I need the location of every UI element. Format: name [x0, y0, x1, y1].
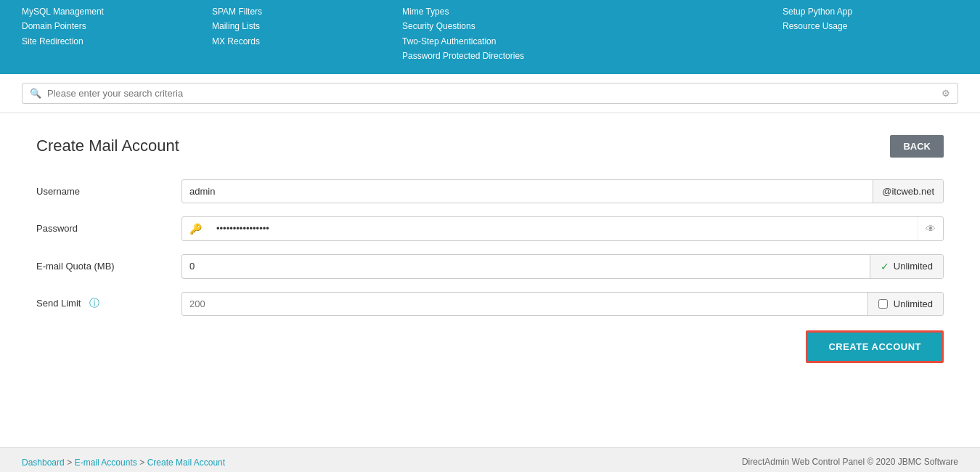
username-input[interactable]	[182, 180, 873, 203]
nav-mime-types[interactable]: Mime Types	[402, 4, 578, 19]
breadcrumb: Dashboard > E-mail Accounts > Create Mai…	[22, 457, 225, 468]
search-bar-container: 🔍 ⚙	[0, 74, 980, 113]
breadcrumb-sep-2: >	[139, 457, 147, 468]
gear-icon[interactable]: ⚙	[942, 88, 950, 99]
breadcrumb-email-accounts[interactable]: E-mail Accounts	[75, 457, 137, 468]
email-quota-input-wrap: ✓ Unlimited	[181, 254, 944, 279]
email-quota-input[interactable]	[182, 255, 870, 277]
breadcrumb-sep-1: >	[67, 457, 74, 468]
send-limit-text: Send Limit	[36, 298, 81, 309]
help-icon[interactable]: ⓘ	[89, 297, 99, 309]
create-btn-row: CREATE ACCOUNT	[36, 330, 944, 363]
nav-setup-python[interactable]: Setup Python App	[783, 4, 958, 19]
footer-copyright: DirectAdmin Web Control Panel © 2020 JBM…	[742, 457, 958, 467]
email-quota-unlimited-label: Unlimited	[894, 261, 933, 272]
footer: Dashboard > E-mail Accounts > Create Mai…	[0, 447, 980, 472]
username-row: Username @itcweb.net	[36, 179, 944, 203]
password-input-wrap: 🔑 👁	[181, 216, 944, 241]
nav-security-questions[interactable]: Security Questions	[402, 19, 578, 33]
top-nav: MySQL Management Domain Pointers Site Re…	[0, 0, 980, 74]
domain-suffix: @itcweb.net	[873, 180, 943, 203]
nav-mysql-management[interactable]: MySQL Management	[22, 4, 197, 19]
nav-col-2: SPAM Filters Mailing Lists MX Records	[212, 4, 388, 64]
create-account-button[interactable]: CREATE ACCOUNT	[806, 330, 944, 363]
password-label: Password	[36, 223, 181, 234]
nav-col-3: Mime Types Security Questions Two-Step A…	[402, 4, 578, 64]
send-limit-unlimited-checkbox[interactable]	[878, 299, 888, 309]
nav-mx-records[interactable]: MX Records	[212, 34, 388, 49]
nav-domain-pointers[interactable]: Domain Pointers	[22, 19, 197, 33]
breadcrumb-create-mail-account[interactable]: Create Mail Account	[147, 457, 225, 468]
username-label: Username	[36, 186, 181, 197]
nav-password-protected[interactable]: Password Protected Directories	[402, 49, 578, 63]
search-input[interactable]	[47, 88, 942, 99]
send-limit-input[interactable]	[182, 293, 867, 315]
password-key-icon[interactable]: 🔑	[182, 217, 209, 240]
send-limit-unlimited: Unlimited	[867, 293, 943, 315]
eye-icon[interactable]: 👁	[918, 217, 943, 240]
nav-spam-filters[interactable]: SPAM Filters	[212, 4, 388, 19]
page-header: Create Mail Account BACK	[36, 135, 944, 158]
send-limit-row: Send Limit ⓘ Unlimited	[36, 292, 944, 316]
password-input[interactable]	[209, 217, 918, 240]
email-quota-label: E-mail Quota (MB)	[36, 261, 181, 272]
nav-col-1: MySQL Management Domain Pointers Site Re…	[22, 4, 197, 64]
nav-col-4	[592, 4, 768, 64]
email-quota-unlimited: ✓ Unlimited	[870, 255, 943, 278]
top-nav-grid: MySQL Management Domain Pointers Site Re…	[22, 4, 958, 64]
username-input-wrap: @itcweb.net	[181, 179, 944, 203]
send-limit-label: Send Limit ⓘ	[36, 297, 181, 310]
breadcrumb-dashboard[interactable]: Dashboard	[22, 457, 65, 468]
nav-col-5: Setup Python App Resource Usage	[783, 4, 958, 64]
page-title: Create Mail Account	[36, 137, 179, 155]
password-row: Password 🔑 👁	[36, 216, 944, 241]
nav-two-step-auth[interactable]: Two-Step Authentication	[402, 34, 578, 49]
main-content: Create Mail Account BACK Username @itcwe…	[0, 113, 980, 447]
send-limit-input-wrap: Unlimited	[181, 292, 944, 316]
search-bar: 🔍 ⚙	[22, 83, 958, 104]
send-limit-unlimited-label: Unlimited	[894, 298, 933, 309]
check-mark-icon: ✓	[881, 261, 889, 272]
back-button[interactable]: BACK	[890, 135, 944, 158]
email-quota-row: E-mail Quota (MB) ✓ Unlimited	[36, 254, 944, 279]
search-icon: 🔍	[30, 88, 41, 99]
nav-mailing-lists[interactable]: Mailing Lists	[212, 19, 388, 33]
nav-resource-usage[interactable]: Resource Usage	[783, 19, 958, 33]
nav-site-redirection[interactable]: Site Redirection	[22, 34, 197, 49]
